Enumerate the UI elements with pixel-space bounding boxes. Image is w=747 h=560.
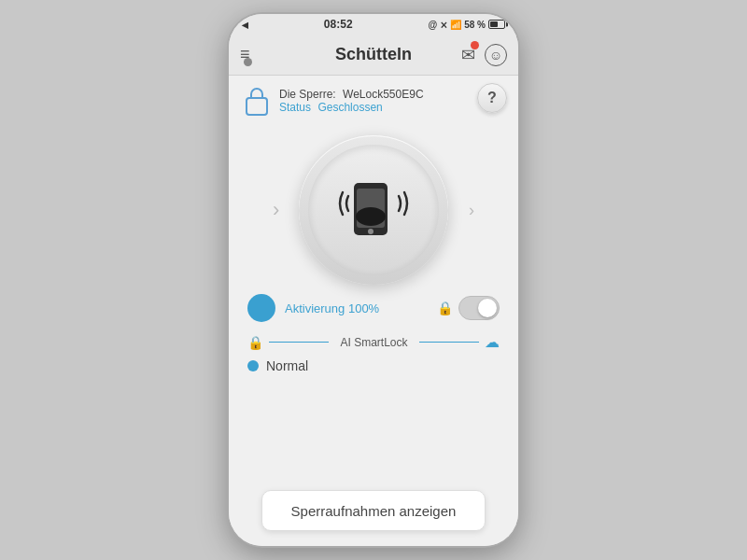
smartlock-lock-icon: 🔒 [247,335,263,350]
location-icon: @ [428,20,437,30]
lock-icon [244,85,270,117]
lock-small-icon: 🔒 [437,301,453,315]
mail-badge [471,41,479,49]
shake-button-inner [308,145,439,275]
nav-bar: ≡ Schütteln ✉ ☺ [229,35,518,76]
smartlock-label: AI SmartLock [334,336,413,349]
profile-button[interactable]: ☺ [485,44,507,66]
phone-frame: ◂ 08:52 @ ⨯ 📶 58 % ≡ Schütteln [229,14,518,546]
view-recordings-button[interactable]: Sperraufnahmen anzeigen [261,490,486,531]
menu-badge [244,58,252,66]
activation-label: Aktivierung 100% [285,301,437,315]
activation-row: Aktivierung 100% 🔒 [247,294,500,322]
status-left: ◂ [242,18,248,32]
toggle-container: 🔒 [437,296,500,320]
svg-point-4 [368,229,374,234]
shake-phone-icon [331,168,416,252]
smartlock-line-right [419,342,479,343]
lock-info: Die Sperre: WeLock550E9C Status Geschlos… [244,85,424,117]
battery-icon [488,20,505,29]
svg-point-3 [356,207,386,226]
lock-name: Die Sperre: WeLock550E9C [279,88,424,101]
arrow-right-icon: › [469,201,474,220]
toggle-switch[interactable] [458,296,500,320]
nav-right: ✉ ☺ [461,44,507,66]
normal-indicator [247,360,259,371]
shake-button-container: › [299,135,448,285]
menu-button[interactable]: ≡ [240,45,250,64]
status-bar: ◂ 08:52 @ ⨯ 📶 58 % [229,14,518,35]
lock-status: Status Geschlossen [279,101,424,114]
normal-label: Normal [266,358,308,373]
page-title: Schütteln [335,45,412,64]
main-content: Die Sperre: WeLock550E9C Status Geschlos… [229,76,518,546]
lock-status-value: Geschlossen [317,101,382,114]
wifi-icon: 📶 [450,20,461,30]
shake-button[interactable] [299,135,448,285]
smartlock-cloud-icon: ☁ [485,333,500,351]
status-right: @ ⨯ 📶 58 % [428,20,505,30]
smartlock-row: 🔒 AI SmartLock ☁ [247,333,500,351]
view-recordings-label: Sperraufnahmen anzeigen [291,503,457,519]
activation-indicator [247,294,275,322]
bluetooth-icon: ⨯ [440,20,447,30]
status-time: 08:52 [324,18,353,31]
lock-text: Die Sperre: WeLock550E9C Status Geschlos… [279,88,424,114]
back-arrow-icon: ◂ [242,18,248,32]
help-icon: ? [487,90,497,106]
profile-icon-glyph: ☺ [489,48,502,63]
smartlock-line-left [269,342,329,343]
battery-percent: 58 % [464,20,486,30]
help-button[interactable]: ? [477,83,507,113]
normal-row: Normal [247,358,500,373]
mail-button[interactable]: ✉ [461,45,475,65]
nav-left: ≡ [240,45,250,64]
toggle-thumb [478,299,497,317]
svg-rect-0 [247,98,267,115]
arrow-left-icon: › [273,198,279,222]
lock-id: WeLock550E9C [343,88,424,101]
